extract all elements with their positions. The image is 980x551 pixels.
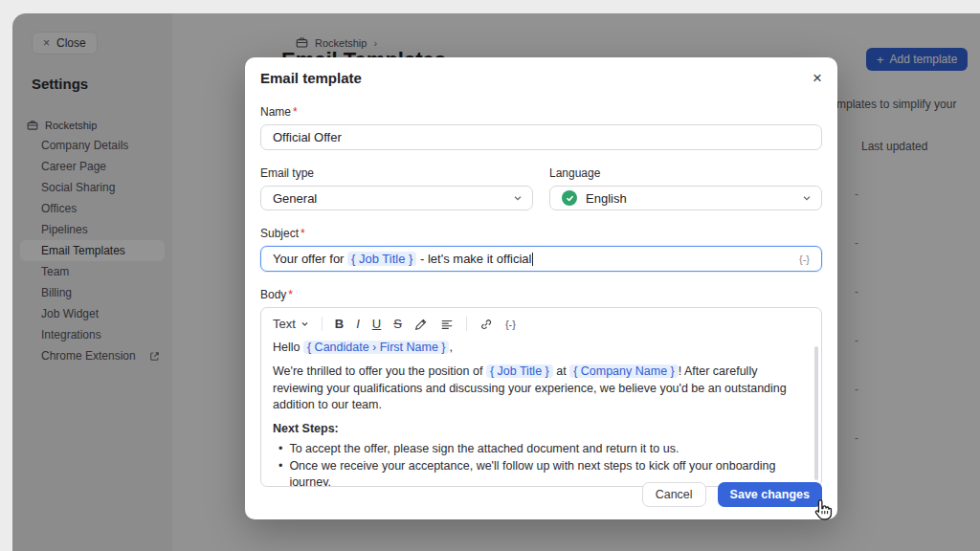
- variable-chip-job-title[interactable]: { Job Title }: [486, 364, 553, 378]
- modal-title: Email template: [260, 70, 362, 86]
- name-label: Name*: [260, 105, 822, 119]
- editor-content[interactable]: Hello { Candidate › First Name }, We're …: [261, 337, 821, 487]
- variable-chip-job-title[interactable]: { Job Title }: [347, 252, 416, 266]
- save-changes-button[interactable]: Save changes: [718, 482, 822, 507]
- toolbar-divider: [466, 317, 467, 331]
- insert-variable-button[interactable]: {-}: [505, 319, 516, 330]
- subject-text-pre: Your offer for: [273, 252, 344, 266]
- list-item: •To accept the offer, please sign the at…: [278, 441, 804, 457]
- language-label: Language: [549, 166, 822, 180]
- pen-icon: [414, 318, 428, 331]
- body-steps-heading: Next Steps:: [273, 421, 804, 437]
- modal-close-icon[interactable]: ×: [813, 70, 822, 86]
- highlight-pen-button[interactable]: [414, 318, 428, 331]
- subject-text-post: - let's make it official: [420, 252, 531, 266]
- bold-button[interactable]: B: [335, 317, 344, 331]
- email-type-label: Email type: [260, 166, 533, 180]
- email-template-modal: Email template × Name* Official Offer Em…: [245, 57, 837, 519]
- body-paragraph: We're thrilled to offer you the position…: [273, 364, 804, 413]
- underline-button[interactable]: U: [372, 317, 381, 331]
- language-select[interactable]: English: [549, 186, 822, 210]
- name-value: Official Offer: [273, 130, 342, 144]
- body-editor[interactable]: Text B I U S: [260, 307, 822, 487]
- required-asterisk: *: [301, 227, 305, 240]
- hand-cursor-icon: [810, 497, 835, 528]
- text-style-dropdown[interactable]: Text: [273, 317, 309, 331]
- strikethrough-button[interactable]: S: [393, 317, 402, 331]
- align-button[interactable]: [440, 318, 454, 331]
- insert-variable-icon[interactable]: {-}: [799, 253, 810, 265]
- body-greeting: Hello { Candidate › First Name },: [273, 340, 804, 356]
- variable-chip-company-name[interactable]: { Company Name }: [569, 364, 679, 378]
- align-left-icon: [440, 318, 454, 331]
- screen: Rocketship › Email Templates mplates to …: [0, 0, 980, 551]
- italic-button[interactable]: I: [356, 317, 360, 331]
- subject-input[interactable]: Your offer for { Job Title } - let's mak…: [260, 246, 822, 272]
- required-asterisk: *: [288, 288, 293, 301]
- chevron-down-icon: [802, 193, 812, 203]
- email-type-select[interactable]: General: [260, 186, 533, 210]
- body-label: Body*: [260, 288, 822, 301]
- toolbar-divider: [322, 317, 323, 331]
- chevron-down-icon: [513, 193, 523, 203]
- name-input[interactable]: Official Offer: [260, 124, 822, 150]
- body-bullet-list: •To accept the offer, please sign the at…: [278, 441, 804, 487]
- text-caret: [532, 253, 533, 266]
- language-value: English: [586, 191, 627, 206]
- chevron-down-icon: [301, 320, 309, 328]
- editor-toolbar: Text B I U S: [261, 308, 821, 337]
- check-circle-icon: [562, 190, 577, 206]
- cancel-button[interactable]: Cancel: [642, 482, 706, 507]
- email-type-value: General: [273, 191, 317, 206]
- variable-chip-candidate-first-name[interactable]: { Candidate › First Name }: [303, 341, 450, 354]
- link-button[interactable]: [479, 318, 493, 331]
- link-icon: [479, 318, 493, 331]
- required-asterisk: *: [293, 105, 298, 119]
- subject-label: Subject*: [260, 227, 822, 240]
- editor-scrollbar[interactable]: [814, 346, 818, 480]
